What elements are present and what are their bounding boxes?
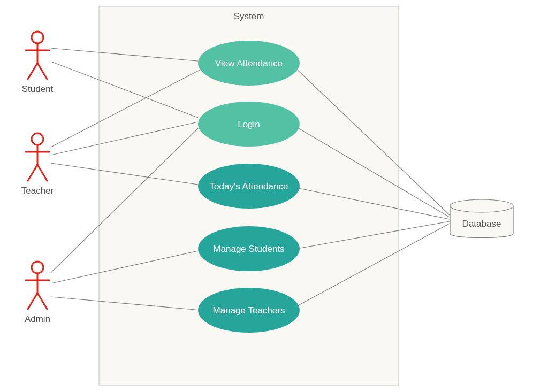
usecase-login: Login <box>198 102 300 147</box>
svg-point-23 <box>450 199 513 212</box>
actor-admin-label: Admin <box>25 314 50 324</box>
usecase-view-attendance-label: View Attendance <box>215 58 283 68</box>
actor-student-label: Student <box>22 84 54 94</box>
actor-student: Student <box>22 29 54 94</box>
usecase-manage-teachers: Manage Teachers <box>198 288 300 333</box>
actor-teacher: Teacher <box>21 131 54 196</box>
usecase-view-attendance: View Attendance <box>198 41 300 86</box>
usecase-todays-attendance: Today's Attendance <box>198 164 300 209</box>
database-node: Database <box>450 199 513 238</box>
usecase-login-label: Login <box>238 119 260 129</box>
use-case-diagram: System Student Teacher <box>0 0 548 392</box>
usecase-manage-students-label: Manage Students <box>213 244 284 254</box>
actor-teacher-label: Teacher <box>21 186 54 196</box>
system-title: System <box>234 11 264 21</box>
usecase-manage-teachers-label: Manage Teachers <box>213 305 285 316</box>
usecase-todays-attendance-label: Today's Attendance <box>210 181 288 191</box>
usecase-manage-students: Manage Students <box>198 226 300 271</box>
database-label: Database <box>462 219 501 229</box>
actor-admin: Admin <box>24 259 51 324</box>
